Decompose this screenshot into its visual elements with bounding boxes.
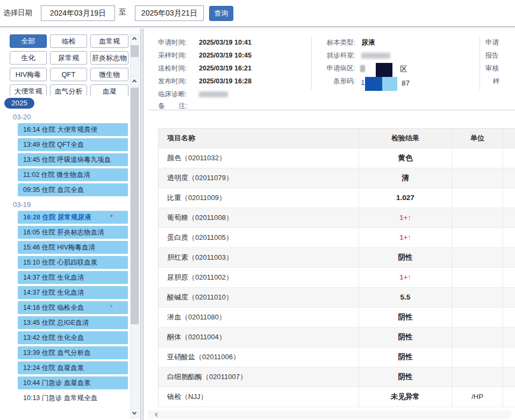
report-list-item[interactable]: 14:37 住院 生化血清 <box>18 271 128 284</box>
report-list-item[interactable]: 16:05 住院 肝炎标志物血清 <box>18 226 128 239</box>
scroll-left-icon[interactable] <box>155 412 159 417</box>
report-list-item[interactable]: 11:02 住院 微生物血清 <box>18 168 128 181</box>
category-button[interactable]: 血常规 <box>90 34 128 48</box>
item-name-cell: 比重（02011009） <box>159 188 359 208</box>
report-meta-times: 申请时间:2025/03/19 10:41采样时间:2025/03/19 10:… <box>158 36 311 101</box>
category-button[interactable]: 肝炎标志物 <box>90 51 128 65</box>
report-list-item[interactable]: 15:46 住院 HIV梅毒血清 <box>18 241 128 254</box>
abnormal-star-icon: * <box>110 301 113 314</box>
date-list-scrollbar[interactable] <box>130 76 139 418</box>
table-row: 酮体（02011004）阴性 <box>159 328 515 347</box>
extra-cell <box>503 347 515 367</box>
unit-cell <box>452 248 503 267</box>
category-button[interactable]: 全部 <box>10 34 47 48</box>
report-list-item[interactable]: 13:45 住院 呼吸道病毒九项血 <box>18 153 128 166</box>
report-list-item[interactable]: 13:39 住院 血气分析血 <box>18 346 128 359</box>
meta-label-truncated: 样 <box>485 75 515 88</box>
result-cell: 1+↑ <box>359 228 452 247</box>
result-cell: 阴性 <box>359 248 452 267</box>
category-button[interactable]: 微生物 <box>90 68 128 81</box>
meta-label: 临床诊断: <box>158 88 195 101</box>
meta-row: 发布时间:2025/03/19 16:28 <box>158 75 311 88</box>
result-cell: 阴性 <box>359 367 452 387</box>
report-list-item[interactable]: 13:45 住院 总IGE血清 <box>18 316 128 329</box>
result-cell: 未见异常 <box>359 387 452 407</box>
table-row: 透明度（02011079）清 <box>159 168 515 188</box>
table-header-row: 项目名称检验结果单位 <box>159 129 515 148</box>
table-row: 亚硝酸盐（02011006）阴性 <box>159 347 515 367</box>
scroll-up-icon[interactable] <box>131 34 139 43</box>
scroll-down-icon[interactable] <box>131 409 139 418</box>
table-row: 胆红素（02011003）阴性 <box>159 248 515 268</box>
meta-divider-1 <box>311 37 312 90</box>
item-name-cell: 颜色（02011032） <box>159 148 359 168</box>
report-list-item[interactable]: 14:37 住院 生化血清 <box>18 286 128 299</box>
report-list-item[interactable]: 12:24 住院 血凝血浆 <box>18 361 128 374</box>
unit-cell <box>452 188 503 208</box>
date-range-to-label: 至 <box>119 8 126 17</box>
meta-label: 发布时间: <box>158 75 195 88</box>
date-group-label[interactable]: 03-20 <box>13 113 129 121</box>
date-list-scrollbar-thumb[interactable] <box>131 88 139 324</box>
unit-cell <box>452 228 503 247</box>
year-badge[interactable]: 2025 <box>4 98 34 109</box>
category-grid: 全部临检血常规生化尿常规肝炎标志物HIV梅毒QFT微生物大便常规血气分析血凝 <box>10 34 128 96</box>
result-cell: 1+↑ <box>359 268 452 287</box>
column-header-extra <box>503 129 515 148</box>
diagnosis-redacted-value <box>199 91 228 97</box>
report-list-item[interactable]: 14:16 住院 临检全血* <box>18 301 128 314</box>
result-cell: 1+↑ <box>359 208 452 227</box>
report-list-item[interactable]: 10:44 门急诊 血凝血浆 <box>18 376 128 389</box>
department-label: 就诊科室: <box>321 49 355 62</box>
scroll-up-icon[interactable] <box>131 77 139 86</box>
meta-value: 2025/03/19 10:41 <box>199 39 252 46</box>
category-button[interactable]: 血凝 <box>90 84 128 96</box>
unit-cell <box>452 288 503 307</box>
result-cell: 阴性 <box>359 328 452 347</box>
table-row: 酸碱度（02011010）5.5 <box>159 288 515 308</box>
category-button[interactable]: QFT <box>50 68 87 81</box>
report-list-item[interactable]: 09:35 住院 血沉全血 <box>18 183 128 196</box>
report-list-item[interactable]: 10:13 门急诊 血常规全血 <box>18 391 128 404</box>
category-button[interactable]: 生化 <box>10 51 47 65</box>
table-row: 镜检（NJJ）未见异常/HP <box>159 387 515 407</box>
meta-label-truncated: 审核 <box>485 62 515 75</box>
extra-cell <box>503 168 515 188</box>
report-meta-signatures: 申请报告审核样 <box>485 36 515 88</box>
query-button[interactable]: 查询 <box>209 6 233 21</box>
ward-redacted-fragment <box>360 65 365 72</box>
category-button[interactable]: 血气分析 <box>50 84 87 96</box>
category-button[interactable]: 大便常规 <box>10 84 47 96</box>
result-cell: 黄色 <box>359 148 452 168</box>
category-button[interactable]: HIV梅毒 <box>10 68 47 81</box>
extra-cell <box>503 367 515 387</box>
category-scrollbar-thumb[interactable] <box>131 45 139 57</box>
date-group-label[interactable]: 03-19 <box>13 201 129 209</box>
report-list-item[interactable]: 15:10 住院 心肌四联血浆 <box>18 256 128 269</box>
result-cell: 5.5 <box>359 288 452 307</box>
table-row: 颜色（02011032）黄色 <box>159 148 515 168</box>
category-button[interactable]: 尿常规 <box>50 51 87 65</box>
date-to-input[interactable] <box>135 5 204 21</box>
meta-label-truncated: 报告 <box>485 49 515 62</box>
meta-label: 申请时间: <box>158 36 195 49</box>
report-list-item[interactable]: 16:14 住院 大便常规粪便 <box>18 123 128 136</box>
report-list-item[interactable]: 13:49 住院 QFT全血 <box>18 138 128 151</box>
specimen-type-label: 标本类型: <box>321 36 355 49</box>
unit-cell <box>452 367 503 387</box>
horizontal-scrollbar[interactable] <box>148 410 511 419</box>
meta-value: 2025/03/19 16:28 <box>199 77 252 85</box>
item-name-cell: 胆红素（02011003） <box>159 248 359 267</box>
report-list-item[interactable]: 16:28 住院 尿常规尿液* <box>18 211 128 224</box>
remark-dotted-line <box>149 110 515 110</box>
table-row: 潜血（02011080）阴性 <box>159 308 515 328</box>
date-from-input[interactable] <box>41 5 115 21</box>
report-list-item[interactable]: 13:42 住院 生化全血 <box>18 331 128 344</box>
meta-row: 临床诊断: <box>158 88 311 101</box>
meta-row: 采样时间:2025/03/19 10:45 <box>158 49 311 62</box>
item-name-cell: 酸碱度（02011010） <box>159 288 359 307</box>
extra-cell <box>503 308 515 327</box>
table-row: 白细胞酯酶（02011007）阴性 <box>159 367 515 387</box>
category-button[interactable]: 临检 <box>50 34 87 48</box>
unit-cell <box>452 148 503 168</box>
